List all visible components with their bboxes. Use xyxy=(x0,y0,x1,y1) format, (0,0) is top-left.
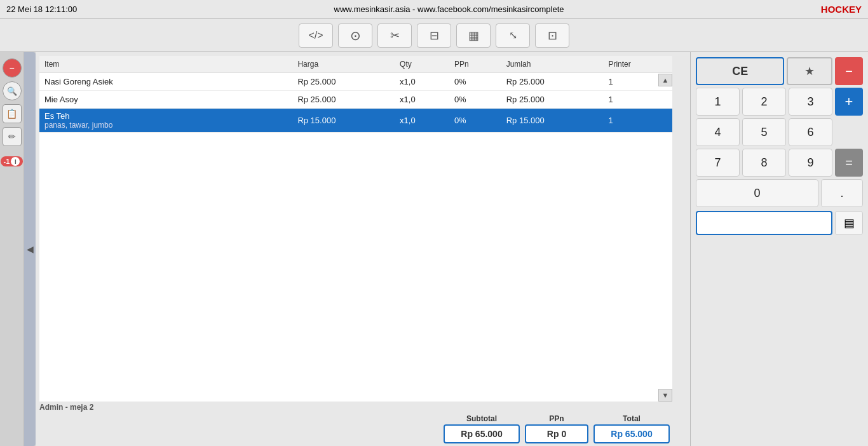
row-harga: Rp 25.000 xyxy=(292,73,395,91)
col-ppn: PPn xyxy=(449,56,501,73)
edit-btn[interactable]: ✏ xyxy=(3,127,22,146)
admin-label: Admin - meja 2 xyxy=(36,402,690,412)
datetime: 22 Mei 18 12:11:00 xyxy=(6,4,77,14)
calc-top-row: CE ★ − xyxy=(696,57,863,85)
total-col: Total Rp 65.000 xyxy=(593,414,670,443)
row-printer: 1 xyxy=(603,91,672,109)
table-row[interactable]: Nasi Goreng Asiek Rp 25.000 x1,0 0% Rp 2… xyxy=(39,73,672,91)
calc-input-row: ▤ xyxy=(696,211,863,235)
info-icon[interactable]: i xyxy=(11,157,20,166)
toolbar: </> ⊙ ✂ ⊟ ▦ ⤡ ⊡ xyxy=(0,19,868,52)
row-qty: x1,0 xyxy=(395,109,449,133)
calc-plus-btn[interactable]: + xyxy=(835,88,863,116)
left-sidebar: − 🔍 📋 ✏ -1 i xyxy=(0,52,24,446)
row-qty: x1,0 xyxy=(395,73,449,91)
code-btn[interactable]: </> xyxy=(299,24,333,48)
row-qty: x1,0 xyxy=(395,91,449,109)
calc-panel: CE ★ − 1 2 3 + 4 5 6 7 8 9 = 0 . ▤ xyxy=(690,52,868,446)
table-header: Item Harga Qty PPn Jumlah Printer xyxy=(39,56,672,73)
calc-6[interactable]: 6 xyxy=(789,118,832,146)
order-table-wrapper: Item Harga Qty PPn Jumlah Printer Nasi G… xyxy=(39,56,672,402)
row-ppn: 0% xyxy=(449,91,501,109)
calc-numpad: 1 2 3 + 4 5 6 7 8 9 = xyxy=(696,88,863,177)
subtotal-col: Subtotal Rp 65.000 xyxy=(444,414,520,443)
total-label: Total xyxy=(623,414,641,423)
badge-label: -1 xyxy=(4,158,10,165)
subtotal-value: Rp 65.000 xyxy=(444,424,520,443)
row-harga: Rp 25.000 xyxy=(292,91,395,109)
row-item-sub: panas, tawar, jumbo xyxy=(44,121,287,130)
row-harga: Rp 15.000 xyxy=(292,109,395,133)
collapse-btn[interactable]: ◀ xyxy=(24,52,36,446)
total-value: Rp 65.000 xyxy=(593,424,670,443)
circle-btn[interactable]: ⊙ xyxy=(338,24,372,48)
row-item-name: Es Teh xyxy=(44,111,287,121)
main-area: − 🔍 📋 ✏ -1 i ◀ Item Harga Qty PPn Jumlah xyxy=(0,52,868,446)
calc-1[interactable]: 1 xyxy=(696,88,740,116)
brand: HOCKEY xyxy=(821,4,862,15)
calc-5[interactable]: 5 xyxy=(742,118,786,146)
order-tbody: Nasi Goreng Asiek Rp 25.000 x1,0 0% Rp 2… xyxy=(39,73,672,133)
cut-btn[interactable]: ✂ xyxy=(377,24,412,48)
table-row[interactable]: Mie Asoy Rp 25.000 x1,0 0% Rp 25.000 1 xyxy=(39,91,672,109)
calc-7[interactable]: 7 xyxy=(696,149,740,177)
ppn-label: PPn xyxy=(549,414,564,423)
order-table: Item Harga Qty PPn Jumlah Printer Nasi G… xyxy=(39,56,672,133)
row-ppn: 0% xyxy=(449,73,501,91)
col-printer: Printer xyxy=(603,56,672,73)
copy-btn[interactable]: 📋 xyxy=(3,104,22,123)
calc-zero-row: 0 . xyxy=(696,179,863,207)
subtotal-label: Subtotal xyxy=(466,414,497,423)
row-jumlah: Rp 25.000 xyxy=(501,73,604,91)
row-printer: 1 xyxy=(603,109,672,133)
row-jumlah: Rp 25.000 xyxy=(501,91,604,109)
table-row[interactable]: Es Teh panas, tawar, jumbo Rp 15.000 x1,… xyxy=(39,109,672,133)
barcode-btn[interactable]: ▤ xyxy=(835,211,863,235)
row-jumlah: Rp 15.000 xyxy=(501,109,604,133)
row-item-name: Mie Asoy xyxy=(39,91,292,109)
calc-2[interactable]: 2 xyxy=(742,88,786,116)
col-item: Item xyxy=(39,56,292,73)
calc-0[interactable]: 0 xyxy=(696,179,818,207)
table-scroll-up[interactable]: ▲ xyxy=(658,74,672,86)
top-bar: 22 Mei 18 12:11:00 www.mesinkasir.asia -… xyxy=(0,0,868,19)
order-area: Item Harga Qty PPn Jumlah Printer Nasi G… xyxy=(36,52,690,446)
website: www.mesinkasir.asia - www.facebook.com/m… xyxy=(334,4,564,14)
calc-4[interactable]: 4 xyxy=(696,118,740,146)
calc-9[interactable]: 9 xyxy=(789,149,832,177)
col-jumlah: Jumlah xyxy=(501,56,604,73)
calc-equals-btn[interactable]: = xyxy=(835,149,863,177)
grid-btn[interactable]: ⊟ xyxy=(417,24,451,48)
ppn-col: PPn Rp 0 xyxy=(525,414,588,443)
col-harga: Harga xyxy=(292,56,395,73)
table-btn[interactable]: ▦ xyxy=(456,24,491,48)
col-qty: Qty xyxy=(395,56,449,73)
calc-3[interactable]: 3 xyxy=(789,88,832,116)
table-scroll-down[interactable]: ▼ xyxy=(658,389,672,402)
row-item-name: Nasi Goreng Asiek xyxy=(39,73,292,91)
delete-btn[interactable]: − xyxy=(3,58,22,78)
calc-asterisk-btn[interactable]: ★ xyxy=(787,57,832,85)
calc-input-field[interactable] xyxy=(696,211,832,235)
totals-row: Subtotal Rp 65.000 PPn Rp 0 Total Rp 65.… xyxy=(36,412,690,446)
calc-minus-btn[interactable]: − xyxy=(835,57,863,85)
search-btn[interactable]: 🔍 xyxy=(3,81,22,100)
calc-dot[interactable]: . xyxy=(821,179,863,207)
calc-ce-btn[interactable]: CE xyxy=(696,57,784,85)
ppn-value: Rp 0 xyxy=(525,424,588,443)
expand-btn[interactable]: ⤡ xyxy=(496,24,530,48)
screen-btn[interactable]: ⊡ xyxy=(535,24,569,48)
calc-8[interactable]: 8 xyxy=(742,149,786,177)
row-ppn: 0% xyxy=(449,109,501,133)
badge-btn: -1 i xyxy=(1,156,24,166)
